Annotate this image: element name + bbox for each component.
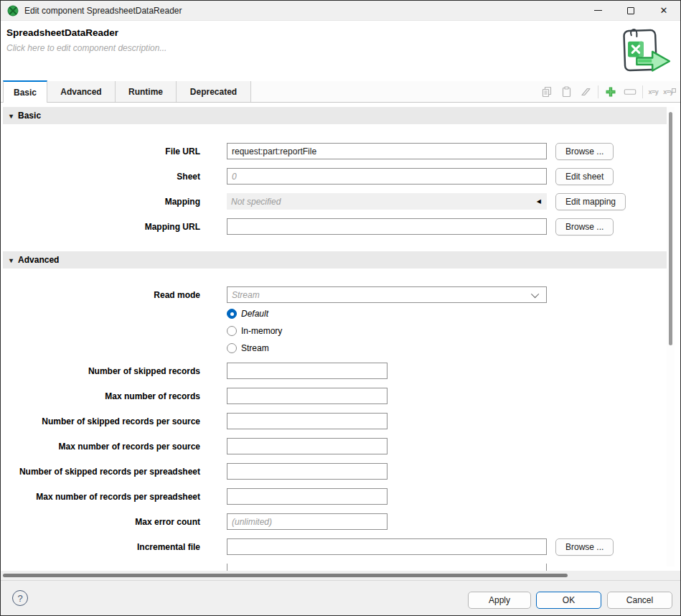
max-error-count-input[interactable]: [227, 513, 388, 530]
skipped-records-input[interactable]: [227, 363, 388, 379]
radio-icon[interactable]: [227, 309, 237, 319]
clover-app-icon: [7, 5, 19, 17]
vertical-scrollbar-thumb[interactable]: [669, 112, 672, 345]
max-records-input[interactable]: [227, 388, 388, 404]
file-url-input[interactable]: [227, 143, 547, 159]
dialog-footer: ? Apply OK Cancel: [1, 580, 680, 616]
mapping-url-label: Mapping URL: [1, 222, 200, 232]
toolbar-separator: [598, 85, 598, 98]
read-mode-option-stream[interactable]: Stream: [227, 342, 269, 354]
cancel-button[interactable]: Cancel: [607, 592, 672, 609]
tab-bar: Basic Advanced Runtime Deprecated: [1, 81, 680, 103]
title-bar[interactable]: Edit component SpreadsheetDataReader ✕: [1, 1, 680, 21]
component-description-placeholder[interactable]: Click here to edit component description…: [6, 43, 166, 53]
sheet-input[interactable]: [227, 168, 547, 185]
skipped-records-per-source-input[interactable]: [227, 413, 388, 429]
tab-basic[interactable]: Basic: [3, 80, 47, 103]
collapse-arrow-icon: ▾: [9, 112, 13, 120]
sheet-label: Sheet: [1, 172, 200, 182]
collapse-arrow-icon: ▾: [9, 256, 13, 264]
section-title: Basic: [18, 111, 41, 121]
dialog-header: SpreadsheetDataReader Click here to edit…: [1, 21, 680, 81]
radio-icon[interactable]: [227, 326, 237, 336]
minimize-button[interactable]: [581, 1, 614, 20]
copy-icon: [540, 85, 554, 99]
properties-panel: ▾ Basic File URL Browse ... Sheet Edit s…: [1, 103, 680, 571]
skipped-records-label: Number of skipped records: [1, 366, 200, 376]
mapping-url-input[interactable]: [227, 218, 547, 235]
max-records-per-spreadsheet-label: Max number of records per spreadsheet: [1, 492, 200, 502]
radio-label: Stream: [241, 343, 269, 353]
toolbar-separator: [642, 85, 643, 98]
ok-button[interactable]: OK: [536, 592, 601, 609]
edit-mapping-button[interactable]: Edit mapping: [555, 193, 626, 210]
window-title: Edit component SpreadsheetDataReader: [24, 6, 182, 16]
radio-label: Default: [241, 309, 268, 319]
file-url-label: File URL: [1, 146, 200, 157]
chevron-down-icon: [531, 289, 539, 297]
mapping-field[interactable]: Not specified ◀: [227, 193, 547, 210]
skipped-records-per-source-label: Number of skipped records per source: [1, 416, 200, 426]
property-toolbar: x=y x=y: [540, 81, 680, 102]
section-header-basic[interactable]: ▾ Basic: [3, 107, 667, 124]
close-icon: ✕: [660, 6, 668, 15]
minimize-icon: [594, 10, 602, 11]
maximize-icon: [627, 7, 634, 14]
read-mode-label: Read mode: [1, 290, 200, 300]
tab-runtime[interactable]: Runtime: [116, 81, 177, 102]
mapping-label: Mapping: [1, 197, 200, 207]
edit-component-dialog: Edit component SpreadsheetDataReader ✕ S…: [0, 0, 681, 616]
radio-label: In-memory: [241, 326, 282, 336]
tab-advanced[interactable]: Advanced: [47, 81, 116, 102]
radio-icon[interactable]: [227, 343, 237, 353]
tab-deprecated[interactable]: Deprecated: [177, 81, 251, 102]
section-header-advanced[interactable]: ▾ Advanced: [3, 251, 667, 269]
read-mode-value: Stream: [232, 290, 260, 300]
incremental-file-label: Incremental file: [1, 542, 200, 552]
clipped-field-input[interactable]: [227, 564, 547, 571]
max-records-per-source-label: Max number of records per source: [1, 442, 200, 452]
mapping-value: Not specified: [231, 197, 281, 207]
max-records-per-source-input[interactable]: [227, 438, 388, 454]
max-error-count-label: Max error count: [1, 517, 200, 527]
add-property-icon[interactable]: [603, 85, 618, 99]
file-url-browse-button[interactable]: Browse ...: [555, 143, 614, 160]
horizontal-scrollbar[interactable]: [1, 571, 680, 580]
skipped-records-per-spreadsheet-label: Number of skipped records per spreadshee…: [1, 467, 200, 477]
collapse-left-icon[interactable]: ◀: [537, 198, 541, 205]
component-title: SpreadsheetDataReader: [6, 27, 118, 38]
edit-sheet-button[interactable]: Edit sheet: [555, 168, 614, 185]
spreadsheet-reader-icon: [610, 24, 673, 78]
read-mode-option-in-memory[interactable]: In-memory: [227, 325, 282, 337]
eraser-icon: [578, 85, 593, 99]
vertical-scrollbar[interactable]: [667, 107, 675, 566]
skipped-records-per-spreadsheet-input[interactable]: [227, 463, 388, 480]
max-records-label: Max number of records: [1, 391, 200, 401]
horizontal-scrollbar-thumb[interactable]: [3, 574, 568, 577]
remove-property-icon: [623, 85, 637, 99]
close-button[interactable]: ✕: [647, 1, 680, 20]
read-mode-option-default[interactable]: Default: [227, 308, 268, 319]
set-value-icon: x=y: [648, 88, 658, 95]
read-mode-combobox[interactable]: Stream: [227, 286, 547, 303]
apply-button[interactable]: Apply: [468, 592, 531, 609]
set-value-dialog-icon: x=y: [663, 88, 676, 95]
max-records-per-spreadsheet-input[interactable]: [227, 488, 388, 505]
paste-icon: [559, 85, 573, 99]
incremental-file-browse-button[interactable]: Browse ...: [555, 538, 614, 556]
mapping-url-browse-button[interactable]: Browse ...: [555, 218, 614, 235]
help-icon[interactable]: ?: [12, 590, 28, 606]
section-title: Advanced: [18, 255, 59, 265]
maximize-button[interactable]: [614, 1, 647, 20]
incremental-file-input[interactable]: [227, 538, 547, 555]
